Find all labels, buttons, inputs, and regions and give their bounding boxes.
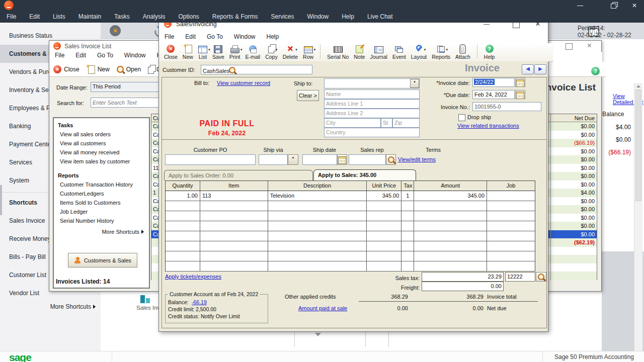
customer-id-field[interactable]: CashSales xyxy=(201,65,312,74)
menu-file[interactable]: File xyxy=(0,11,23,23)
view-customer-record-link[interactable]: View customer record xyxy=(217,80,270,86)
open-button[interactable]: Open xyxy=(117,66,141,73)
maximize-icon[interactable] xyxy=(566,43,573,50)
report-job-ledger[interactable]: Job Ledger xyxy=(60,209,149,215)
sales-rep-field[interactable] xyxy=(349,154,386,165)
ship-address2-field[interactable]: Address Line 2 xyxy=(324,109,420,118)
inv-menu-file[interactable]: File xyxy=(159,33,180,40)
sidebar-collapse-handle[interactable] xyxy=(0,185,2,215)
empty-line-item-row[interactable] xyxy=(166,261,535,272)
empty-line-item-row[interactable] xyxy=(166,251,535,261)
dropdown-arrow-icon[interactable]: ▼ xyxy=(240,48,243,51)
view-edit-terms-link[interactable]: View/edit terms xyxy=(398,156,436,162)
sales-tax-code-field[interactable]: 12222 xyxy=(505,272,535,282)
freight-field[interactable]: 0.00 xyxy=(422,282,504,291)
delete-button[interactable]: ▼Delete xyxy=(283,43,298,60)
hide-icon[interactable] xyxy=(110,25,121,36)
menu-tasks[interactable]: Tasks xyxy=(108,11,136,23)
list-menu-file[interactable]: File xyxy=(49,52,70,62)
journal-button[interactable]: Journal xyxy=(370,43,387,60)
dropdown-arrow-icon[interactable]: ▼ xyxy=(313,48,316,51)
sales-tax-field[interactable]: 23.29 xyxy=(422,272,504,282)
new-button[interactable]: New xyxy=(183,43,193,60)
list-menu-edit[interactable]: Edit xyxy=(70,52,92,62)
page-scrollbar[interactable] xyxy=(634,83,642,352)
inv-menu-help[interactable]: Help xyxy=(261,33,285,40)
tab-apply-sales[interactable]: Apply to Sales: 345.00 xyxy=(313,169,416,180)
next-record-button[interactable]: ▶ xyxy=(534,64,546,74)
ship-country-field[interactable]: Country xyxy=(324,128,420,137)
menu-analysis[interactable]: Analysis xyxy=(136,11,172,23)
print-button[interactable]: ▼Print xyxy=(229,43,240,60)
ship-via-field[interactable] xyxy=(259,154,288,165)
inv-menu-window[interactable]: Window xyxy=(228,33,261,40)
close-app-button[interactable]: ✕ xyxy=(627,0,642,11)
scrollbar-thumb[interactable] xyxy=(635,89,641,201)
report-items-sold-to-customers[interactable]: Items Sold to Customers xyxy=(60,200,149,206)
invoice-date-calendar-button[interactable] xyxy=(515,78,525,87)
balance-link[interactable]: -66.19 xyxy=(192,299,207,305)
ship-via-dropdown-icon[interactable] xyxy=(288,154,298,165)
due-date-calendar-button[interactable] xyxy=(515,90,525,99)
inv-menu-go-to[interactable]: Go To xyxy=(201,33,228,40)
task-view-all-sales-orders[interactable]: View all sales orders xyxy=(60,131,149,137)
dropdown-arrow-icon[interactable]: ▼ xyxy=(424,48,427,51)
customer-po-field[interactable] xyxy=(165,154,256,165)
inv-menu-edit[interactable]: Edit xyxy=(180,33,201,40)
restore-button[interactable] xyxy=(606,0,621,11)
menu-help[interactable]: Help xyxy=(335,11,361,23)
layout-button[interactable]: ▼Layout xyxy=(411,43,427,60)
note-button[interactable]: Note xyxy=(354,43,365,60)
task-view-all-customers[interactable]: View all customers xyxy=(60,140,149,146)
empty-line-item-row[interactable] xyxy=(166,241,535,251)
report-customer-transaction-history[interactable]: Customer Transaction History xyxy=(60,182,149,188)
empty-line-item-row[interactable] xyxy=(166,221,535,231)
menu-lists[interactable]: Lists xyxy=(46,11,72,23)
e-mail-button[interactable]: E-mail xyxy=(245,43,260,60)
ship-name-field[interactable]: Name xyxy=(324,89,420,99)
customer-search-icon[interactable] xyxy=(229,67,235,73)
new-button[interactable]: New xyxy=(87,65,110,74)
dropdown-arrow-icon[interactable]: ▼ xyxy=(295,48,298,51)
amount-paid-link[interactable]: Amount paid at sale xyxy=(298,305,347,311)
drop-ship-checkbox[interactable] xyxy=(458,114,465,121)
view-related-transactions-link[interactable]: View related transactions xyxy=(457,123,519,129)
reports-button[interactable]: ▼Reports xyxy=(432,43,450,60)
menu-maintain[interactable]: Maintain xyxy=(72,11,108,23)
event-button[interactable]: Event xyxy=(392,43,406,60)
customers-sales-button[interactable]: Customers & Sales xyxy=(68,253,137,267)
clear-button[interactable]: Clear > xyxy=(297,90,319,101)
invoice-no-field[interactable]: 1001955-0 xyxy=(472,102,541,111)
sales-tax-search-button[interactable] xyxy=(536,272,546,282)
task-view-all-money-received[interactable]: View all money received xyxy=(60,149,149,155)
list-menu-window[interactable]: Window xyxy=(119,52,151,62)
list-menu-go-to[interactable]: Go To xyxy=(92,52,119,62)
report-customerledgers[interactable]: CustomerLedgers xyxy=(60,191,149,197)
attach-button[interactable]: Attach xyxy=(455,43,470,60)
report-serial-number-history[interactable]: Serial Number History xyxy=(60,218,149,224)
menu-window[interactable]: Window xyxy=(301,11,336,23)
close-button[interactable]: Close xyxy=(53,65,79,73)
dropdown-arrow-icon[interactable]: ▼ xyxy=(275,48,278,51)
dropdown-arrow-icon[interactable]: ▼ xyxy=(208,48,211,51)
minimize-button[interactable]: — xyxy=(573,0,588,11)
ship-zip-field[interactable]: Zip xyxy=(392,118,420,128)
task-view-item-sales-by-customer[interactable]: View item sales by customer xyxy=(60,158,149,164)
close-button[interactable]: Close xyxy=(164,43,178,60)
ship-to-select[interactable] xyxy=(324,78,420,88)
ship-address1-field[interactable]: Address Line 1 xyxy=(324,99,420,109)
ship-city-field[interactable]: City xyxy=(324,118,381,128)
invoice-date-field[interactable]: 2/24/22 xyxy=(472,78,515,87)
menu-options[interactable]: Options xyxy=(172,11,205,23)
row-button[interactable]: ▼Row xyxy=(303,43,313,60)
ship-date-calendar-button[interactable] xyxy=(337,154,347,165)
empty-line-item-row[interactable] xyxy=(166,231,535,241)
tab-apply-sales-order[interactable]: Apply to Sales Order: 0.00 xyxy=(164,170,313,180)
dropdown-arrow-icon[interactable]: ▼ xyxy=(445,48,448,51)
copy-button[interactable]: ▼Copy xyxy=(265,43,278,60)
prev-record-button[interactable]: ◀ xyxy=(522,64,534,74)
sidebar-more-shortcuts[interactable]: More Shortcuts xyxy=(0,303,96,310)
empty-line-item-row[interactable] xyxy=(166,211,535,221)
list-button[interactable]: ▼List xyxy=(198,43,207,60)
line-item-row[interactable]: 1.00113Television345.001345.00 xyxy=(166,191,535,201)
